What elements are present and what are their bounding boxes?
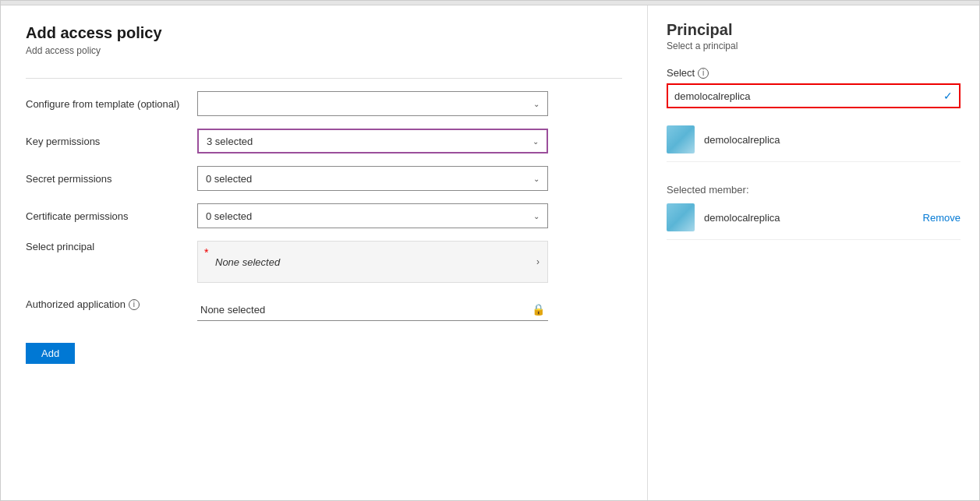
selected-member-row: demolocalreplica Remove: [667, 203, 961, 240]
selected-member-name: demolocalreplica: [704, 212, 914, 224]
certificate-permissions-value: 0 selected: [206, 210, 252, 222]
configure-chevron-icon: ⌄: [533, 100, 540, 108]
right-panel: Principal Select a principal Select i ✓ …: [648, 5, 979, 500]
principal-none-text: None selected: [215, 256, 280, 268]
secret-permissions-row: Secret permissions 0 selected ⌄: [26, 166, 622, 191]
key-permissions-value: 3 selected: [207, 136, 253, 147]
select-principal-row: Select principal * None selected ›: [26, 241, 622, 283]
panel-title: Principal: [667, 21, 961, 39]
secret-permissions-chevron-icon: ⌄: [533, 175, 540, 183]
key-permissions-label: Key permissions: [26, 136, 197, 147]
authorized-app-row: Authorized application i None selected 🔒: [26, 298, 622, 321]
main-layout: Add access policy Add access policy Conf…: [1, 5, 979, 500]
left-panel: Add access policy Add access policy Conf…: [1, 5, 648, 500]
add-button[interactable]: Add: [26, 343, 75, 364]
panel-subtitle: Select a principal: [667, 41, 961, 51]
auth-selector[interactable]: None selected 🔒: [197, 298, 548, 321]
check-icon: ✓: [943, 90, 953, 102]
certificate-permissions-row: Certificate permissions 0 selected ⌄: [26, 203, 622, 228]
key-permissions-dropdown[interactable]: 3 selected ⌄: [197, 129, 548, 153]
required-star: *: [204, 246, 208, 259]
principal-box-wrapper: * None selected ›: [197, 241, 548, 283]
certificate-permissions-wrapper: 0 selected ⌄: [197, 203, 548, 228]
secret-permissions-label: Secret permissions: [26, 173, 197, 185]
key-permissions-wrapper: 3 selected ⌄: [197, 129, 548, 153]
search-input[interactable]: [674, 90, 943, 102]
select-principal-label: Select principal: [26, 241, 197, 252]
principal-selector[interactable]: * None selected ›: [197, 241, 548, 283]
auth-none-text: None selected: [200, 304, 265, 316]
page-title: Add access policy: [26, 24, 622, 42]
app-container: Add access policy Add access policy Conf…: [0, 0, 980, 501]
key-permissions-chevron-icon: ⌄: [532, 137, 539, 146]
certificate-permissions-label: Certificate permissions: [26, 210, 197, 222]
selected-member-label: Selected member:: [667, 184, 961, 196]
authorized-app-label: Authorized application: [26, 298, 126, 310]
authorized-app-label-wrapper: Authorized application i: [26, 298, 197, 310]
certificate-permissions-dropdown[interactable]: 0 selected ⌄: [197, 203, 548, 228]
principal-chevron-icon: ›: [536, 256, 540, 267]
configure-dropdown-wrapper: ⌄: [197, 91, 548, 116]
search-input-wrapper: ✓: [667, 83, 961, 108]
authorized-app-info-icon[interactable]: i: [129, 299, 140, 310]
selected-member-section: Selected member: demolocalreplica Remove: [667, 184, 961, 240]
configure-dropdown[interactable]: ⌄: [197, 91, 548, 116]
select-field-label: Select i: [667, 67, 961, 79]
result-name: demolocalreplica: [704, 134, 780, 146]
page-subtitle: Add access policy: [26, 45, 622, 56]
auth-box-wrapper: None selected 🔒: [197, 298, 548, 321]
configure-row: Configure from template (optional) ⌄: [26, 91, 622, 116]
result-avatar: [667, 125, 695, 153]
selected-member-avatar: [667, 203, 695, 231]
secret-permissions-value: 0 selected: [206, 173, 252, 185]
search-result-item[interactable]: demolocalreplica: [667, 118, 961, 162]
divider: [26, 78, 622, 79]
secret-permissions-dropdown[interactable]: 0 selected ⌄: [197, 166, 548, 191]
key-permissions-row: Key permissions 3 selected ⌄: [26, 129, 622, 153]
remove-button[interactable]: Remove: [923, 212, 961, 224]
certificate-permissions-chevron-icon: ⌄: [533, 212, 540, 221]
configure-label: Configure from template (optional): [26, 98, 197, 110]
lock-icon: 🔒: [532, 303, 545, 316]
select-info-icon[interactable]: i: [698, 68, 709, 79]
secret-permissions-wrapper: 0 selected ⌄: [197, 166, 548, 191]
